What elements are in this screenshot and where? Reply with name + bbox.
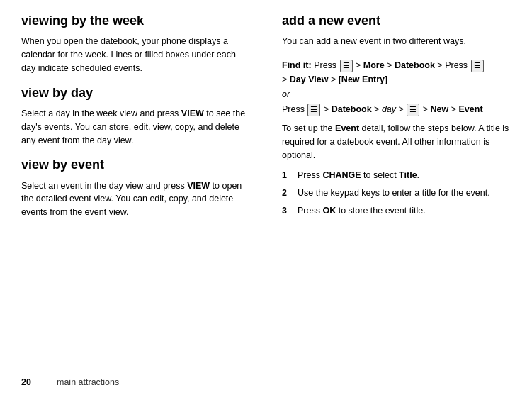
section-title-viewing-week: viewing by the week (21, 13, 250, 29)
key-icon-menu-2: ☰ (471, 60, 484, 72)
section-body-viewing-week: When you open the datebook, your phone d… (21, 35, 250, 74)
key-icon-menu-3: ☰ (307, 104, 320, 116)
step-3-text: Press OK to store the event title. (298, 204, 426, 218)
page-number: 20 (21, 377, 43, 387)
view-keyword-1: VIEW (181, 109, 204, 118)
page: viewing by the week When you open the da… (0, 0, 532, 400)
find-it-line: Find it: Press ☰ > More > Datebook > Pre… (282, 58, 511, 87)
step-1-text: Press CHANGE to select Title. (298, 169, 419, 182)
section-view-day: view by day Select a day in the week vie… (21, 85, 250, 148)
key-icon-menu-4: ☰ (407, 104, 419, 116)
footer-section-label: main attractions (57, 377, 119, 387)
intro-text: You can add a new event in two different… (282, 35, 511, 48)
step-1: 1 Press CHANGE to select Title. (282, 169, 511, 182)
section-view-event: view by event Select an event in the day… (21, 157, 250, 219)
section-title-add-event: add a new event (282, 13, 511, 29)
or-line: or (282, 89, 511, 99)
section-title-view-event: view by event (21, 157, 250, 173)
detail-text: To set up the Event detail, follow the s… (282, 122, 511, 162)
step-3-num: 3 (282, 204, 292, 218)
step-2-num: 2 (282, 187, 292, 200)
event-keyword: Event (335, 123, 359, 133)
section-body-view-event: Select an event in the day view and pres… (21, 179, 250, 219)
step-2: 2 Use the keypad keys to enter a title f… (282, 187, 511, 200)
view-keyword-2: VIEW (187, 181, 210, 191)
press-line: Press ☰ > Datebook > day > ☰ > New > Eve… (282, 102, 511, 116)
step-3: 3 Press OK to store the event title. (282, 204, 511, 218)
step-2-text: Use the keypad keys to enter a title for… (298, 187, 490, 200)
left-column: viewing by the week When you open the da… (21, 13, 257, 370)
right-column: add a new event You can add a new event … (278, 13, 511, 370)
key-icon-menu-1: ☰ (340, 60, 353, 72)
section-viewing-week: viewing by the week When you open the da… (21, 13, 250, 75)
find-it-label: Find it: (282, 60, 312, 70)
section-body-view-day: Select a day in the week view and press … (21, 107, 250, 147)
steps-list: 1 Press CHANGE to select Title. 2 Use th… (282, 169, 511, 217)
section-title-view-day: view by day (21, 85, 250, 101)
step-1-num: 1 (282, 169, 292, 182)
page-footer: 20 main attractions (21, 370, 511, 387)
